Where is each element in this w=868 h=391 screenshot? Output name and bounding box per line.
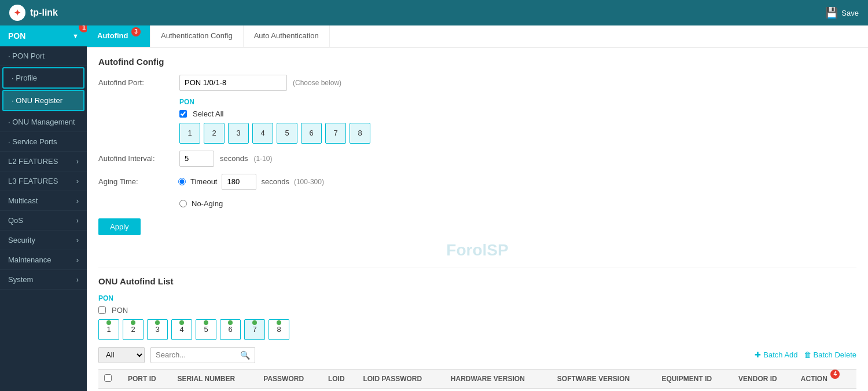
pon-dot-6 [228,320,233,325]
onu-register-label: · ONU Register [12,96,62,105]
table-header-row: PORT ID SERIAL NUMBER PASSWORD LOID LOID… [98,369,856,388]
table-select-all-checkbox[interactable] [104,374,112,382]
interval-row: Autofind Interval: seconds (1-10) [98,151,856,167]
sidebar-item-l2-features[interactable]: L2 FEATURES › [0,152,87,171]
sidebar-item-profile[interactable]: · Profile [3,68,83,87]
tp-link-icon: ✦ [9,5,25,21]
sidebar-item-system[interactable]: System › [0,270,87,290]
pon-dot-7 [252,320,257,325]
col-equipment-id: EQUIPMENT ID [656,369,733,388]
onu-list-title: ONU Autofind List [98,276,856,286]
batch-delete-label: Batch Delete [814,350,856,359]
col-loid: LOID [322,369,358,388]
navbar: ✦ tp-link 💾 Save [0,0,868,25]
pon-label: PON [8,31,25,41]
maintenance-label: Maintenance [8,255,51,264]
filter-dropdown[interactable]: All [98,347,145,363]
col-serial-number: SERIAL NUMBER [171,369,258,388]
filter-row: All 🔍 ✚ Batch Add 🗑 [98,347,856,363]
sidebar-pon-header[interactable]: PON ▼ 1 [0,25,87,46]
tab-autofind[interactable]: Autofind 3 [87,25,150,47]
chevron-right-icon: › [76,236,79,244]
timeout-radio[interactable] [178,178,186,185]
batch-add-label: Batch Add [763,350,797,359]
select-all-row: Select All [179,109,856,118]
pon-dot-2 [131,320,135,325]
watermark: ForolSP [98,241,856,260]
search-icon: 🔍 [240,350,250,360]
no-aging-label: No-Aging [192,199,223,208]
row-port-id: 7 [122,388,171,391]
onu-list-section: ONU Autofind List PON PON 1 2 [98,276,856,392]
pon-btn-6[interactable]: 6 [301,123,322,144]
sidebar-item-maintenance[interactable]: Maintenance › [0,250,87,270]
timeout-label: Timeout [190,177,217,186]
sidebar-item-service-ports[interactable]: · Service Ports [0,132,87,152]
security-label: Security [8,236,35,244]
sidebar-item-pon-port[interactable]: · PON Port [0,46,87,66]
filter-left: All 🔍 [98,347,255,363]
save-button[interactable]: 💾 Save [825,6,859,19]
sidebar-item-qos[interactable]: QoS › [0,211,87,231]
aging-row: Aging Time: Timeout seconds (100-300) No… [98,174,856,208]
profile-label: · Profile [12,74,37,82]
tab-auth-config[interactable]: Authentication Config [150,25,244,47]
autofind-config-title: Autofind Config [98,57,856,67]
no-aging-radio[interactable] [179,200,187,207]
auth-config-tab-label: Authentication Config [161,31,233,40]
autofind-port-label: Autofind Port: [98,78,174,87]
batch-add-button[interactable]: ✚ Batch Add [755,350,797,359]
pon-btn-1[interactable]: 1 [179,123,200,144]
pon-selector-section: PON Select All 1 2 3 4 5 6 7 8 [179,98,856,144]
autofind-port-hint: (Choose below) [293,79,341,87]
col-checkbox [98,369,122,388]
row-serial-number: TPLG-B9608A50 [171,388,258,391]
timeout-input[interactable] [222,174,256,190]
sidebar-item-onu-register[interactable]: · ONU Register [3,91,83,110]
pon-btn-4[interactable]: 4 [252,123,273,144]
interval-range: (1-10) [253,155,272,163]
col-software-version: SOFTWARE VERSION [551,369,656,388]
save-label: Save [841,9,859,17]
sidebar-item-onu-management[interactable]: · ONU Management [0,112,87,132]
autofind-tab-label: Autofind [97,31,128,40]
batch-delete-icon: 🗑 [804,350,811,359]
onu-list-select-all-row: PON [98,306,856,315]
autofind-port-row: Autofind Port: (Choose below) [98,75,856,91]
sidebar-item-security[interactable]: Security › [0,231,87,250]
pon-btn-2[interactable]: 2 [204,123,225,144]
pon-dropdown-icon: ▼ [72,32,79,39]
tab-auto-auth[interactable]: Auto Authentication [244,25,330,47]
apply-button[interactable]: Apply [98,218,141,235]
autofind-port-input[interactable] [179,75,287,91]
onu-list-pon-buttons: 1 2 3 4 [98,319,856,340]
service-ports-label: · Service Ports [8,137,57,146]
interval-input[interactable] [179,151,214,167]
table-row: 7 TPLG-B9608A50 -- tplink tplink V2.0 V0… [98,388,856,391]
sidebar-item-multicast[interactable]: Multicast › [0,191,87,211]
pon-btn-3[interactable]: 3 [228,123,249,144]
content-area: Autofind Config Autofind Port: (Choose b… [87,47,868,392]
row-checkbox [98,388,122,391]
multicast-label: Multicast [8,196,38,205]
batch-delete-button[interactable]: 🗑 Batch Delete [804,350,856,359]
pon-buttons-config: 1 2 3 4 5 6 7 8 [179,123,856,144]
pon-dot-1 [106,320,111,325]
search-input[interactable] [156,350,237,359]
onu-table: PORT ID SERIAL NUMBER PASSWORD LOID LOID… [98,369,856,392]
l2-features-label: L2 FEATURES [8,157,58,166]
pon-btn-5[interactable]: 5 [277,123,297,144]
sidebar-item-l3-features[interactable]: L3 FEATURES › [0,171,87,191]
tab-badge-3: 3 [131,27,141,36]
auto-auth-tab-label: Auto Authentication [254,31,319,40]
row-action: ✔ 🗑 [795,388,856,391]
pon-dot-4 [179,320,184,325]
l3-features-label: L3 FEATURES [8,177,58,185]
pon-btn-8[interactable]: 8 [350,123,370,144]
batch-add-icon: ✚ [755,350,761,359]
select-all-checkbox[interactable] [179,110,187,118]
pon-btn-7[interactable]: 7 [325,123,346,144]
onu-list-select-all-checkbox[interactable] [98,306,106,314]
interval-label: Autofind Interval: [98,154,174,163]
row-hardware-version: V2.0 [445,388,551,391]
